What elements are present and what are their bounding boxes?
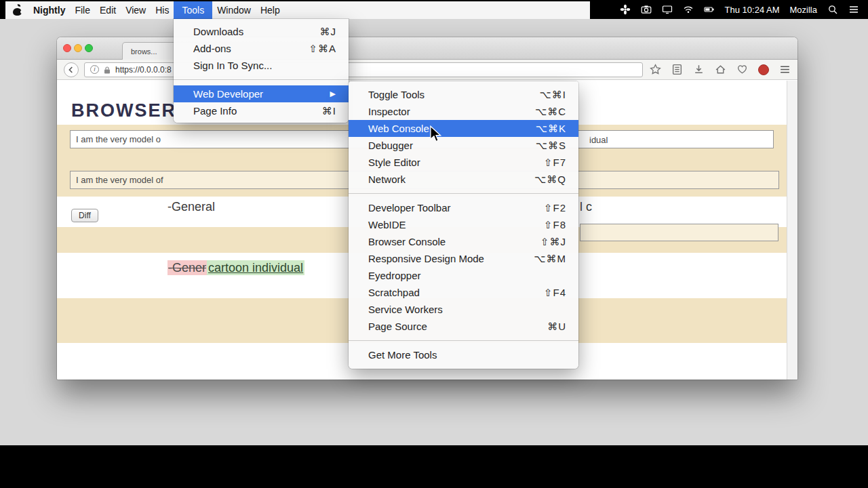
scrollbar[interactable] [787,81,797,380]
menu-icon[interactable] [779,64,791,75]
menubar-item-help[interactable]: Help [256,1,285,19]
menu-item-browser-console[interactable]: Browser Console ⇧⌘J [349,233,578,250]
menu-separator [174,79,349,80]
general-text: -General [167,200,215,214]
text-input-1-tail: idual [589,134,608,144]
fan-icon[interactable] [620,4,631,15]
menu-item-service-workers[interactable]: Service Workers [349,301,578,318]
menubar-item-window[interactable]: Window [212,1,256,19]
menubar-item-file[interactable]: File [70,1,95,19]
diff-button[interactable]: Diff [71,209,98,222]
menu-item-page-source[interactable]: Page Source ⌘U [349,318,578,335]
close-window-button[interactable] [63,44,71,52]
web-developer-submenu: Toggle Tools ⌥⌘I Inspector ⌥⌘C Web Conso… [349,81,578,369]
letterbox-bottom [0,445,868,488]
mouse-cursor [429,125,441,143]
browser-toolbar: i https://0.0.0.0:8 [57,60,797,80]
diff-added-text: cartoon individual [207,260,304,275]
wifi-icon[interactable] [683,4,694,15]
minimize-window-button[interactable] [74,44,82,52]
clock[interactable]: Thu 10:24 AM [725,5,780,15]
menu-item-web-developer[interactable]: Web Developer ▶ [174,85,349,102]
menubar-item-edit[interactable]: Edit [95,1,121,19]
lock-icon[interactable] [103,66,111,74]
back-button[interactable] [64,62,79,77]
menu-item-network[interactable]: Network ⌥⌘Q [349,171,578,188]
url-bar[interactable]: i https://0.0.0.0:8 [84,62,643,77]
submenu-arrow-icon: ▶ [330,89,336,98]
url-text: https://0.0.0.0:8 [115,65,172,75]
menubar-item-nightly[interactable]: Nightly [28,1,70,19]
menu-item-responsive-design-mode[interactable]: Responsive Design Mode ⌥⌘M [349,250,578,267]
tab-title: brows... [131,47,157,56]
apple-menu-icon[interactable] [5,1,28,19]
spotlight-search-icon[interactable] [827,4,838,15]
zoom-window-button[interactable] [85,44,93,52]
menubar-item-view[interactable]: View [121,1,151,19]
user-menu[interactable]: Mozilla [790,5,817,15]
page-title: BROWSER [71,100,176,121]
toolbar-icons [650,64,791,75]
window-titlebar: brows... [57,37,797,60]
battery-icon[interactable] [704,4,715,15]
menu-separator [349,193,578,194]
menu-item-get-more-tools[interactable]: Get More Tools [349,346,578,363]
diff-removed-text: -Gener [167,260,207,275]
info-icon[interactable]: i [90,65,99,74]
right-input-fragment[interactable] [580,224,778,241]
menu-item-developer-toolbar[interactable]: Developer Toolbar ⇧F2 [349,199,578,216]
menu-item-add-ons[interactable]: Add-ons ⇧⌘A [174,40,349,57]
downloads-icon[interactable] [693,64,705,75]
menu-item-web-console[interactable]: Web Console ⌥⌘K [349,120,578,137]
menu-item-eyedropper[interactable]: Eyedropper [349,267,578,284]
menubar-item-tools[interactable]: Tools [174,1,212,19]
diff-output: -Genercartoon individual [167,261,304,275]
menu-item-scratchpad[interactable]: Scratchpad ⇧F4 [349,284,578,301]
menu-item-page-info[interactable]: Page Info ⌘I [174,102,349,119]
menu-separator [349,340,578,341]
camera-icon[interactable] [641,4,652,15]
screen: brows... i https://0.0.0.0:8 [0,0,868,488]
back-arrow-icon [66,65,76,75]
right-text-fragment: l c [580,200,592,214]
home-icon[interactable] [715,64,726,75]
bookmarks-list-icon[interactable] [671,64,683,75]
bookmark-star-icon[interactable] [650,64,661,75]
notification-center-icon[interactable] [848,5,859,14]
addon-badge-icon[interactable] [758,64,769,75]
menu-bar-status: Thu 10:24 AM Mozilla [611,0,868,19]
menu-item-toggle-tools[interactable]: Toggle Tools ⌥⌘I [349,86,578,103]
menu-item-debugger[interactable]: Debugger ⌥⌘S [349,137,578,154]
menu-bar-apps: Nightly File Edit View His Tools Window … [5,1,590,19]
menu-item-downloads[interactable]: Downloads ⌘J [174,23,349,40]
menubar-item-history[interactable]: His [151,1,174,19]
menu-bar: Nightly File Edit View His Tools Window … [0,0,868,19]
menu-item-inspector[interactable]: Inspector ⌥⌘C [349,103,578,120]
menu-item-sign-in-to-sync[interactable]: Sign In To Sync... [174,57,349,74]
menu-item-style-editor[interactable]: Style Editor ⇧F7 [349,154,578,171]
tools-menu: Downloads ⌘J Add-ons ⇧⌘A Sign In To Sync… [174,19,349,123]
display-icon[interactable] [662,4,673,15]
pocket-heart-icon[interactable] [736,64,748,75]
menu-item-webide[interactable]: WebIDE ⇧F8 [349,216,578,233]
